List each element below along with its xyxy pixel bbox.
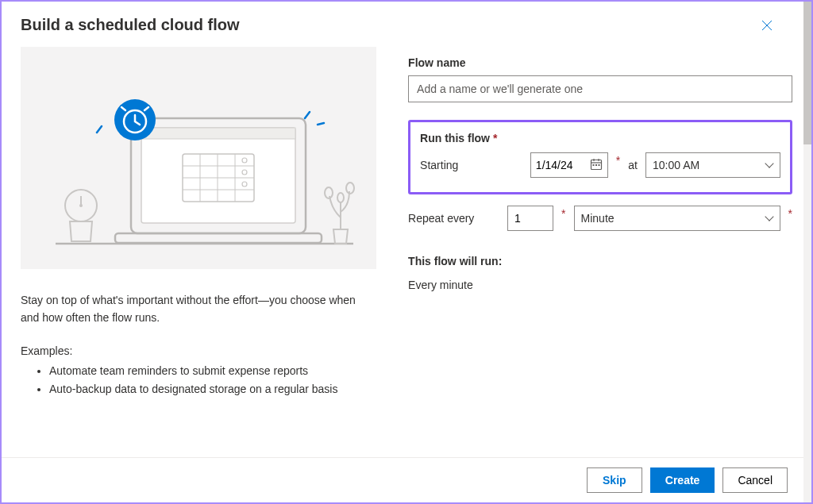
example-item: Auto-backup data to designated storage o…: [49, 380, 376, 398]
calendar-icon[interactable]: [590, 158, 603, 173]
skip-button[interactable]: Skip: [587, 467, 642, 493]
start-date-input[interactable]: [536, 159, 585, 171]
examples-label: Examples:: [21, 344, 376, 357]
required-asterisk: *: [561, 207, 565, 220]
repeat-every-label: Repeat every: [408, 212, 499, 225]
cancel-button[interactable]: Cancel: [722, 467, 788, 493]
flow-name-label: Flow name: [408, 56, 792, 69]
svg-rect-27: [592, 164, 594, 166]
close-button[interactable]: [754, 16, 780, 37]
run-this-flow-label: Run this flow *: [420, 132, 780, 144]
repeat-row: Repeat every * Minute *: [408, 206, 792, 231]
repeat-unit-select[interactable]: Minute: [574, 206, 780, 231]
start-time-select[interactable]: 10:00 AM: [645, 152, 780, 178]
example-item: Automate team reminders to submit expens…: [49, 362, 376, 380]
svg-rect-1: [141, 128, 295, 223]
svg-rect-28: [595, 164, 597, 166]
starting-row: Starting * at 10:00 AM: [420, 152, 780, 178]
svg-point-22: [337, 193, 344, 202]
svg-point-21: [346, 183, 354, 194]
repeat-value-input[interactable]: [507, 206, 553, 231]
required-asterisk: *: [493, 132, 497, 144]
dialog-footer: Skip Create Cancel: [2, 457, 811, 502]
run-this-flow-highlight: Run this flow * Starting * at 10:00 AM: [408, 120, 792, 194]
required-asterisk: *: [616, 154, 620, 167]
description-text: Stay on top of what's important without …: [21, 291, 376, 327]
svg-rect-29: [598, 164, 599, 166]
flow-name-input[interactable]: [408, 75, 792, 102]
starting-label: Starting: [420, 159, 499, 171]
svg-point-20: [325, 187, 333, 198]
chevron-down-icon: [765, 214, 773, 222]
scrollbar-thumb[interactable]: [803, 2, 811, 144]
required-asterisk: *: [788, 207, 792, 220]
dialog-body: Stay on top of what's important without …: [2, 47, 811, 457]
scrollbar[interactable]: [803, 2, 811, 502]
at-label: at: [628, 159, 638, 171]
examples-list: Automate team reminders to submit expens…: [21, 362, 376, 398]
flow-name-section: Flow name: [408, 56, 792, 102]
illustration: [21, 47, 376, 269]
svg-rect-2: [115, 233, 322, 243]
start-date-field[interactable]: [530, 152, 608, 178]
close-icon: [761, 19, 773, 35]
scheduled-flow-dialog: Build a scheduled cloud flow: [0, 0, 813, 504]
chevron-down-icon: [765, 161, 773, 169]
repeat-unit-value: Minute: [581, 212, 615, 225]
right-pane: Flow name Run this flow * Starting: [408, 47, 792, 457]
create-button[interactable]: Create: [650, 467, 715, 493]
summary-label: This flow will run:: [408, 255, 792, 267]
laptop-clock-illustration: [32, 63, 365, 253]
left-pane: Stay on top of what's important without …: [21, 47, 376, 457]
summary-text: Every minute: [408, 279, 792, 291]
dialog-header: Build a scheduled cloud flow: [2, 2, 811, 47]
svg-rect-4: [141, 128, 295, 139]
start-time-value: 10:00 AM: [653, 159, 699, 171]
dialog-title: Build a scheduled cloud flow: [21, 16, 240, 34]
